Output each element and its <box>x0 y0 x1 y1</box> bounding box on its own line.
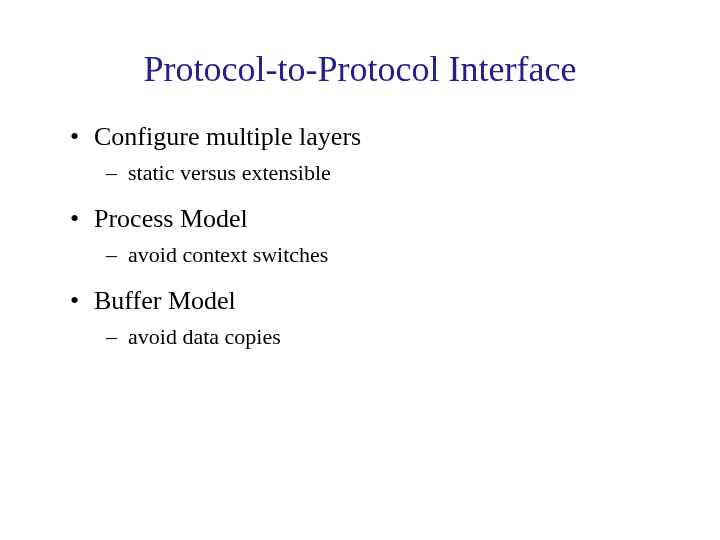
bullet-icon: • <box>70 286 94 316</box>
slide-body: • Configure multiple layers – static ver… <box>0 122 720 350</box>
dash-icon: – <box>106 160 128 186</box>
slide: Protocol-to-Protocol Interface • Configu… <box>0 48 720 540</box>
bullet-icon: • <box>70 204 94 234</box>
sub-bullet-item: – static versus extensible <box>70 160 660 186</box>
bullet-item: • Buffer Model <box>70 286 660 316</box>
bullet-text: Buffer Model <box>94 286 236 316</box>
bullet-text: Configure multiple layers <box>94 122 361 152</box>
bullet-item: • Process Model <box>70 204 660 234</box>
sub-bullet-item: – avoid context switches <box>70 242 660 268</box>
bullet-text: Process Model <box>94 204 248 234</box>
dash-icon: – <box>106 324 128 350</box>
sub-bullet-text: avoid context switches <box>128 242 328 268</box>
sub-bullet-text: static versus extensible <box>128 160 331 186</box>
sub-bullet-item: – avoid data copies <box>70 324 660 350</box>
dash-icon: – <box>106 242 128 268</box>
bullet-item: • Configure multiple layers <box>70 122 660 152</box>
slide-title: Protocol-to-Protocol Interface <box>0 48 720 90</box>
bullet-icon: • <box>70 122 94 152</box>
sub-bullet-text: avoid data copies <box>128 324 281 350</box>
